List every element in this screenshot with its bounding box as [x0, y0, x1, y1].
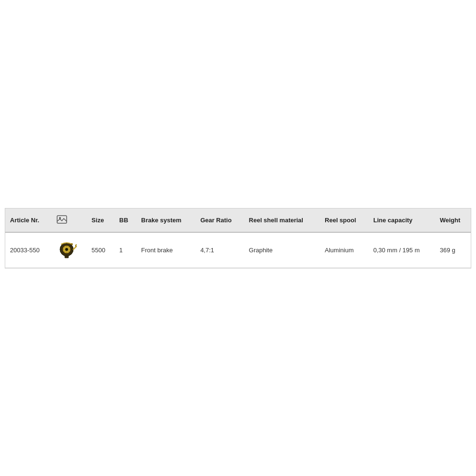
col-header-size: Size	[87, 208, 114, 232]
cell-line-capacity: 0,30 mm / 195 m	[368, 232, 435, 268]
cell-reel-spool: Aluminium	[320, 232, 368, 268]
cell-article-nr: 20033-550	[5, 232, 52, 268]
cell-reel-shell-material: Graphite	[244, 232, 320, 268]
col-header-reel-spool: Reel spool	[320, 208, 368, 232]
col-header-image	[52, 208, 87, 232]
col-header-brake-system: Brake system	[137, 208, 196, 232]
cell-image	[52, 232, 87, 268]
svg-point-6	[75, 244, 77, 247]
cell-bb: 1	[115, 232, 137, 268]
product-table-wrapper: Article Nr. Size BB Brake system Gear Ra…	[5, 208, 471, 268]
cell-brake-system: Front brake	[137, 232, 196, 268]
table-header-row: Article Nr. Size BB Brake system Gear Ra…	[5, 208, 471, 232]
cell-size: 5500	[87, 232, 114, 268]
col-header-gear-ratio: Gear Ratio	[196, 208, 244, 232]
table-row: 20033-550	[5, 232, 471, 268]
product-table: Article Nr. Size BB Brake system Gear Ra…	[5, 208, 471, 268]
image-icon	[57, 215, 67, 224]
col-header-article-nr: Article Nr.	[5, 208, 52, 232]
col-header-line-capacity: Line capacity	[368, 208, 435, 232]
col-header-bb: BB	[115, 208, 137, 232]
cell-weight: 369 g	[435, 232, 471, 268]
reel-image-icon	[57, 240, 77, 258]
col-header-weight: Weight	[435, 208, 471, 232]
col-header-reel-shell-material: Reel shell material	[244, 208, 320, 232]
cell-gear-ratio: 4,7:1	[196, 232, 244, 268]
